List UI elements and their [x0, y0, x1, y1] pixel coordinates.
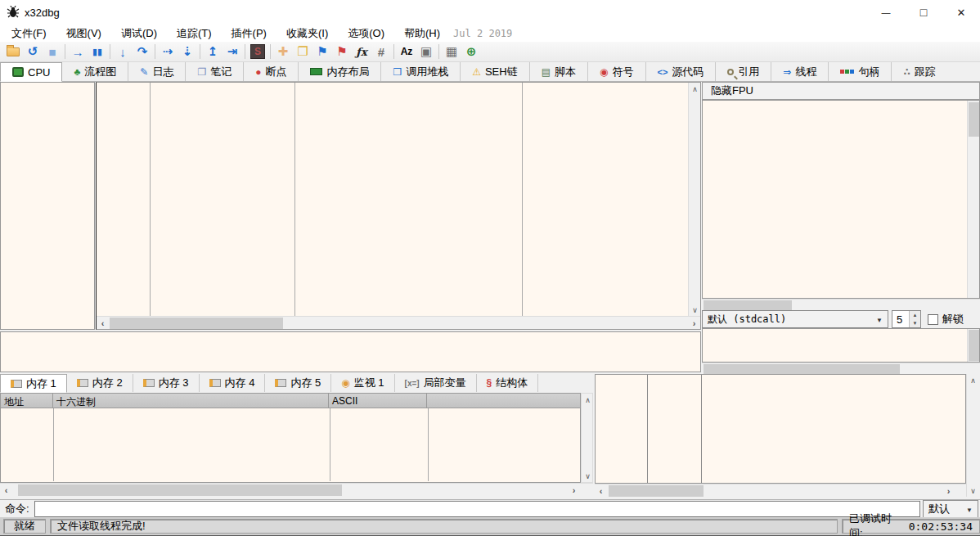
scroll-right-arrow[interactable] — [688, 317, 700, 329]
pause-button[interactable]: ▮▮ — [88, 43, 107, 61]
scroll-down-arrow[interactable] — [689, 304, 701, 316]
stop-button[interactable]: ■ — [43, 43, 62, 61]
dump-table-body[interactable] — [0, 408, 581, 483]
tab-handles[interactable]: 句柄 — [829, 62, 892, 81]
close-button[interactable] — [942, 0, 980, 25]
hide-fpu-button[interactable]: 隐藏FPU — [702, 82, 980, 100]
column-address[interactable]: 地址 — [1, 394, 53, 408]
tab-dump-3[interactable]: 内存 3 — [133, 374, 200, 392]
dump-horizontal-scrollbar[interactable] — [0, 483, 593, 496]
scroll-up-arrow[interactable] — [967, 374, 979, 386]
tab-dump-2[interactable]: 内存 2 — [67, 374, 133, 392]
menu-file[interactable]: 文件(F) — [3, 25, 55, 43]
comments-button[interactable]: ❐ — [293, 43, 312, 61]
tab-seh[interactable]: ⚠SEH链 — [461, 62, 530, 81]
tab-locals[interactable]: [x=]局部变量 — [395, 374, 477, 392]
disasm-column-divider[interactable] — [150, 83, 151, 316]
scroll-thumb[interactable] — [609, 485, 704, 497]
tab-references[interactable]: 引用 — [716, 62, 771, 81]
step-into-source-button[interactable]: ⇢ — [158, 43, 178, 61]
menu-options[interactable]: 选项(O) — [339, 25, 393, 43]
scroll-thumb[interactable] — [18, 484, 342, 496]
scroll-thumb[interactable] — [969, 330, 979, 361]
arguments-pane[interactable] — [702, 328, 980, 363]
stack-column-divider[interactable] — [647, 375, 648, 483]
scroll-thumb[interactable] — [110, 318, 283, 329]
unlock-checkbox[interactable]: 解锁 — [928, 312, 964, 327]
arguments-vertical-scrollbar[interactable] — [967, 329, 979, 362]
tab-watch-1[interactable]: ◉监视 1 — [331, 374, 394, 392]
disasm-side-pane[interactable] — [0, 82, 95, 330]
menu-debug[interactable]: 调试(D) — [113, 25, 165, 43]
menu-view[interactable]: 视图(V) — [58, 25, 110, 43]
dump-vertical-scrollbar[interactable] — [581, 393, 593, 483]
breakpoint-list-button[interactable]: # — [371, 43, 391, 61]
tab-memory-map[interactable]: 内存布局 — [299, 62, 381, 81]
disassembly-pane[interactable] — [96, 82, 701, 330]
tab-graph[interactable]: ♣流程图 — [62, 62, 128, 81]
tab-log[interactable]: ✎日志 — [128, 62, 186, 81]
stack-vertical-scrollbar[interactable] — [966, 374, 979, 497]
calculator-button[interactable]: ▦ — [442, 43, 461, 61]
scroll-down-arrow[interactable] — [967, 484, 979, 497]
column-ascii[interactable]: ASCII — [329, 394, 427, 408]
functions-button[interactable]: ƒx — [352, 43, 371, 61]
handheld-device-button[interactable]: ▣ — [416, 43, 436, 61]
tab-script[interactable]: ▤脚本 — [530, 62, 588, 81]
step-over-button[interactable]: ↷ — [133, 43, 152, 61]
disasm-column-divider[interactable] — [522, 83, 523, 316]
ascii-text-button[interactable]: Az — [397, 43, 416, 61]
stack-column-divider[interactable] — [701, 375, 702, 483]
info-box-pane[interactable] — [0, 331, 701, 372]
restart-button[interactable]: ↺ — [23, 43, 43, 61]
calling-convention-select[interactable]: 默认 (stdcall) — [702, 310, 888, 328]
argument-count-spinner[interactable]: 5 ▲▼ — [892, 310, 921, 328]
disasm-column-divider[interactable] — [294, 83, 295, 316]
labels-button[interactable]: ⚑ — [312, 43, 332, 61]
tab-dump-1[interactable]: 内存 1 — [0, 374, 67, 393]
internet-globe-button[interactable]: ⊕ — [461, 43, 481, 61]
command-input[interactable] — [34, 501, 920, 517]
execute-till-return-button[interactable]: ↥ — [203, 43, 223, 61]
tab-symbols[interactable]: ◉符号 — [588, 62, 645, 81]
tab-dump-4[interactable]: 内存 4 — [200, 374, 266, 392]
column-extra[interactable] — [427, 394, 580, 408]
registers-pane[interactable] — [702, 100, 980, 299]
patches-button[interactable]: ✚ — [273, 43, 293, 61]
maximize-button[interactable] — [905, 0, 942, 25]
scroll-left-arrow[interactable] — [0, 484, 12, 496]
scroll-up-arrow[interactable] — [689, 83, 701, 95]
registers-horizontal-scrollbar[interactable] — [702, 299, 980, 310]
minimize-button[interactable] — [867, 0, 905, 25]
registers-vertical-scrollbar[interactable] — [967, 101, 979, 298]
tab-trace[interactable]: ∴跟踪 — [892, 62, 946, 81]
stack-horizontal-scrollbar[interactable] — [595, 484, 966, 497]
tab-cpu[interactable]: CPU — [0, 62, 62, 82]
scroll-left-arrow[interactable] — [595, 484, 607, 497]
step-into-button[interactable]: ↓ — [113, 43, 133, 61]
tab-source[interactable]: <>源代码 — [646, 62, 717, 81]
tab-struct[interactable]: §结构体 — [477, 374, 539, 392]
scroll-left-arrow[interactable] — [97, 317, 109, 329]
scroll-thumb[interactable] — [704, 364, 900, 374]
scroll-thumb[interactable] — [704, 300, 792, 310]
menu-help[interactable]: 帮助(H) — [396, 25, 448, 43]
spin-up-icon[interactable]: ▲ — [910, 311, 920, 319]
tab-dump-5[interactable]: 内存 5 — [265, 374, 331, 392]
disasm-horizontal-scrollbar[interactable] — [97, 316, 700, 329]
stack-pane[interactable] — [595, 374, 966, 484]
menu-plugins[interactable]: 插件(P) — [223, 25, 275, 43]
tab-call-stack[interactable]: ❒调用堆栈 — [381, 62, 461, 81]
step-over-source-button[interactable]: ⇣ — [178, 43, 197, 61]
spin-down-icon[interactable]: ▼ — [910, 319, 920, 327]
menu-trace[interactable]: 追踪(T) — [169, 25, 220, 43]
scroll-right-arrow[interactable] — [942, 484, 955, 497]
checkbox-box[interactable] — [928, 314, 938, 325]
arguments-horizontal-scrollbar[interactable] — [702, 363, 980, 374]
scroll-right-arrow[interactable] — [568, 484, 580, 496]
run-button[interactable]: → — [68, 43, 88, 61]
scroll-up-arrow[interactable] — [582, 394, 594, 406]
command-profile-select[interactable]: 默认 — [923, 500, 978, 518]
tab-notes[interactable]: ❐笔记 — [186, 62, 244, 81]
scroll-down-arrow[interactable] — [582, 470, 594, 482]
